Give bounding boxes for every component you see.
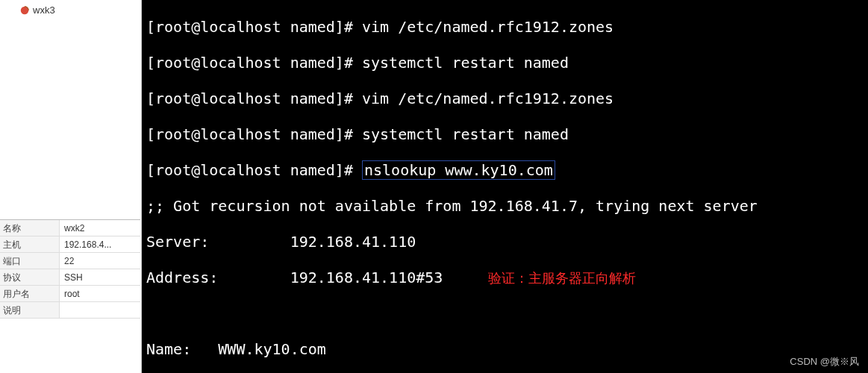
terminal-line: [root@localhost named]# nslookup www.ky1…	[146, 161, 864, 179]
prop-value[interactable]: 192.168.4...	[60, 236, 140, 252]
prop-row: 用户名 root	[0, 286, 140, 302]
prop-value[interactable]	[60, 302, 140, 318]
prop-label: 说明	[0, 302, 60, 318]
terminal[interactable]: [root@localhost named]# vim /etc/named.r…	[142, 0, 868, 373]
watermark: CSDN @微※风	[790, 355, 859, 369]
annotation-forward: 验证：主服务器正向解析	[488, 270, 636, 286]
terminal-line: [root@localhost named]# systemctl restar…	[146, 125, 864, 143]
tree-item-session[interactable]: wxk3	[4, 3, 137, 17]
properties-panel: 名称 wxk2 主机 192.168.4... 端口 22 协议 SSH 用户名…	[0, 219, 140, 319]
prop-value[interactable]: root	[60, 286, 140, 301]
terminal-line: [root@localhost named]# systemctl restar…	[146, 54, 864, 72]
terminal-line: Name: WWW.ky10.com	[146, 340, 864, 358]
terminal-line	[146, 304, 864, 322]
prop-row: 主机 192.168.4...	[0, 236, 140, 253]
terminal-line: ;; Got recursion not available from 192.…	[146, 197, 864, 215]
highlighted-command: nslookup www.ky10.com	[362, 160, 555, 180]
sidebar: wxk3 名称 wxk2 主机 192.168.4... 端口 22 协议 SS…	[0, 0, 142, 373]
terminal-line: Server: 192.168.41.110	[146, 233, 864, 251]
prop-value[interactable]: 22	[60, 253, 140, 269]
session-tree[interactable]: wxk3	[0, 0, 141, 20]
prop-row: 名称 wxk2	[0, 220, 140, 236]
terminal-line: [root@localhost named]# vim /etc/named.r…	[146, 90, 864, 107]
prop-label: 主机	[0, 236, 60, 252]
prop-row: 端口 22	[0, 253, 140, 269]
terminal-line: [root@localhost named]# vim /etc/named.r…	[146, 18, 864, 36]
prop-value[interactable]: wxk2	[60, 220, 140, 236]
tree-item-label: wxk3	[33, 4, 55, 16]
prop-label: 名称	[0, 220, 60, 236]
terminal-line: Address: 192.168.41.110#53 验证：主服务器正向解析	[146, 269, 864, 286]
prop-row: 协议 SSH	[0, 269, 140, 286]
prop-row: 说明	[0, 302, 140, 319]
prop-label: 协议	[0, 269, 60, 285]
prop-label: 端口	[0, 253, 60, 269]
session-icon	[19, 5, 30, 16]
prop-value[interactable]: SSH	[60, 269, 140, 285]
prop-label: 用户名	[0, 286, 60, 301]
